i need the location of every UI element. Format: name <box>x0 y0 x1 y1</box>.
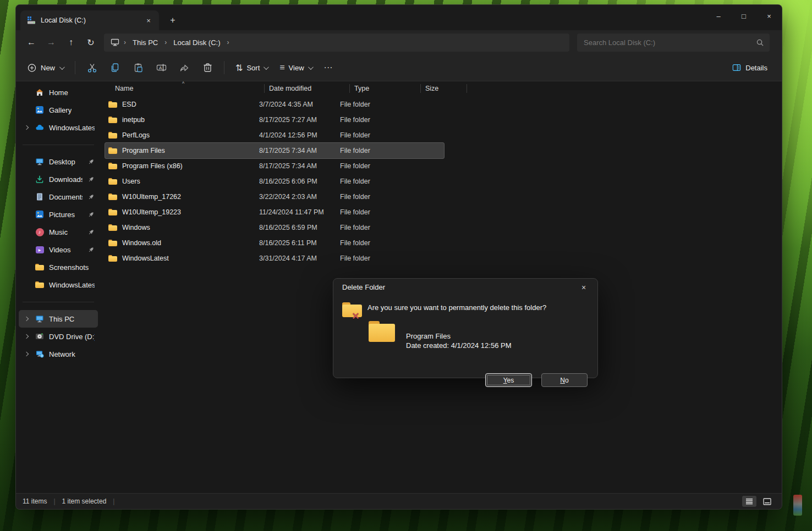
file-type: File folder <box>336 208 402 216</box>
documents-icon <box>35 192 44 201</box>
sidebar-item-network[interactable]: Network <box>19 345 98 363</box>
sidebar-item-music[interactable]: Music <box>19 223 98 241</box>
folder-icon <box>108 163 117 169</box>
new-button[interactable]: New <box>21 59 69 76</box>
file-row-w10ultemp-17262[interactable]: W10Ultemp_17262 3/22/2024 2:03 AM File f… <box>105 189 444 204</box>
details-pane-icon <box>732 63 741 72</box>
sidebar-item-pictures[interactable]: Pictures <box>19 206 98 223</box>
chevron-right-icon[interactable] <box>24 334 29 339</box>
file-name: Users <box>122 178 140 185</box>
thumbnail-view-button[interactable] <box>760 496 774 507</box>
forward-button[interactable]: → <box>41 34 61 51</box>
paste-button[interactable] <box>127 58 149 77</box>
cut-button[interactable] <box>81 58 103 77</box>
sidebar-item-label: DVD Drive (D:) CCC <box>49 333 95 341</box>
sidebar-item-downloads[interactable]: Downloads <box>19 170 98 188</box>
breadcrumb-this-pc[interactable]: This PC <box>130 37 160 48</box>
command-bar: New <box>16 54 782 81</box>
file-row-program-files-x86[interactable]: Program Files (x86) 8/17/2025 7:34 AM Fi… <box>105 158 444 174</box>
ellipsis-icon: ··· <box>324 63 333 73</box>
minimize-button[interactable]: – <box>706 5 731 27</box>
no-button[interactable]: No <box>541 373 588 387</box>
file-rows: ESD 3/7/2024 4:35 AM File folder inetpub… <box>105 97 782 266</box>
tab-strip: Local Disk (C:) × + – □ × <box>16 5 782 30</box>
network-icon <box>35 350 44 358</box>
sidebar-item-label: Desktop <box>49 158 75 166</box>
tab-local-disk-c[interactable]: Local Disk (C:) × <box>20 10 159 30</box>
sidebar-item-gallery[interactable]: Gallery <box>19 101 98 119</box>
file-row-inetpub[interactable]: inetpub 8/17/2025 7:27 AM File folder <box>105 112 444 128</box>
sidebar-item-windowslatest[interactable]: WindowsLatest <box>19 276 98 294</box>
file-type: File folder <box>336 116 402 124</box>
sidebar-item-label: Gallery <box>49 106 72 114</box>
file-name: W10Ultemp_19223 <box>122 208 181 216</box>
column-header-date-modified[interactable]: Date modified <box>265 81 350 96</box>
file-name: ESD <box>122 101 136 108</box>
close-button[interactable]: × <box>756 5 782 27</box>
details-view-button[interactable] <box>742 496 756 507</box>
refresh-button[interactable]: ↻ <box>81 34 101 51</box>
sidebar-item-this-pc[interactable]: This PC <box>19 310 98 328</box>
search-input[interactable] <box>583 38 755 47</box>
chevron-right-icon[interactable] <box>24 125 29 130</box>
rename-button[interactable]: A <box>150 58 172 77</box>
onedrive-cloud-icon <box>35 123 44 132</box>
copy-button[interactable] <box>104 58 126 77</box>
share-button[interactable] <box>173 58 195 77</box>
file-row-windowslatest[interactable]: WindowsLatest 3/31/2024 4:17 AM File fol… <box>105 251 444 266</box>
file-name: WindowsLatest <box>122 255 169 262</box>
column-header-type[interactable]: Type <box>350 81 421 96</box>
details-pane-button[interactable]: Details <box>727 60 773 75</box>
address-bar[interactable]: › This PC › Local Disk (C:) › <box>104 34 569 52</box>
file-row-windows-old[interactable]: Windows.old 8/16/2025 6:11 PM File folde… <box>105 235 444 251</box>
pin-icon <box>87 176 95 183</box>
chevron-right-icon[interactable] <box>24 352 29 356</box>
file-row-users[interactable]: Users 8/16/2025 6:06 PM File folder <box>105 174 444 189</box>
sidebar-item-onedrive[interactable]: WindowsLatest - Pe <box>19 119 98 136</box>
sidebar-item-screenshots[interactable]: Screenshots <box>19 258 98 276</box>
breadcrumb-local-disk[interactable]: Local Disk (C:) <box>171 37 222 48</box>
sidebar-item-documents[interactable]: Documents <box>19 188 98 206</box>
dialog-message: Are you sure you want to permanently del… <box>367 303 546 312</box>
file-name: PerfLogs <box>122 131 150 139</box>
chevron-down-icon <box>264 64 269 70</box>
file-type: File folder <box>336 255 402 262</box>
folder-icon <box>108 147 117 154</box>
file-row-perflogs[interactable]: PerfLogs 4/1/2024 12:56 PM File folder <box>105 128 444 143</box>
dialog-title: Delete Folder <box>342 283 385 291</box>
search-icon[interactable] <box>755 38 764 47</box>
desktop-icon <box>35 157 44 166</box>
sidebar-item-home[interactable]: Home <box>19 84 98 101</box>
column-headers: Name Date modified Type Size <box>105 81 782 96</box>
folder-icon-large <box>369 321 395 342</box>
column-header-name[interactable]: Name <box>105 81 265 96</box>
wallpaper-figurine <box>793 495 802 516</box>
more-options-button[interactable]: ··· <box>319 59 338 76</box>
maximize-button[interactable]: □ <box>731 5 756 27</box>
dialog-close-button[interactable]: × <box>575 281 592 294</box>
column-header-size[interactable]: Size <box>421 81 467 96</box>
file-row-windows[interactable]: Windows 8/16/2025 6:59 PM File folder <box>105 220 444 235</box>
search-box <box>577 34 770 52</box>
sidebar-item-dvd-drive[interactable]: DVD Drive (D:) CCC <box>19 328 98 345</box>
sort-button[interactable]: ⇅ Sort <box>230 59 273 77</box>
chevron-right-icon[interactable] <box>24 317 29 321</box>
sidebar-item-videos[interactable]: Videos <box>19 241 98 258</box>
delete-button[interactable] <box>196 58 218 77</box>
sidebar-item-desktop[interactable]: Desktop <box>19 153 98 170</box>
back-button[interactable]: ← <box>21 34 41 51</box>
sort-button-label: Sort <box>246 64 260 72</box>
tab-close-button[interactable]: × <box>142 14 155 26</box>
sort-icon: ⇅ <box>235 63 243 73</box>
up-button[interactable]: ↑ <box>61 34 81 51</box>
new-tab-button[interactable]: + <box>164 12 181 29</box>
breadcrumb-chevron: › <box>124 38 126 46</box>
folder-icon <box>35 264 44 270</box>
yes-button[interactable]: Yes <box>485 373 532 387</box>
file-row-w10ultemp-19223[interactable]: W10Ultemp_19223 11/24/2024 11:47 PM File… <box>105 204 444 220</box>
file-date: 8/17/2025 7:34 AM <box>255 162 336 170</box>
view-button[interactable]: ≡ View <box>274 59 317 76</box>
file-row-program-files[interactable]: Program Files 8/17/2025 7:34 AM File fol… <box>105 143 444 158</box>
delete-folder-dialog: Delete Folder × × Are you sure you want … <box>333 278 598 378</box>
file-row-esd[interactable]: ESD 3/7/2024 4:35 AM File folder <box>105 97 444 112</box>
